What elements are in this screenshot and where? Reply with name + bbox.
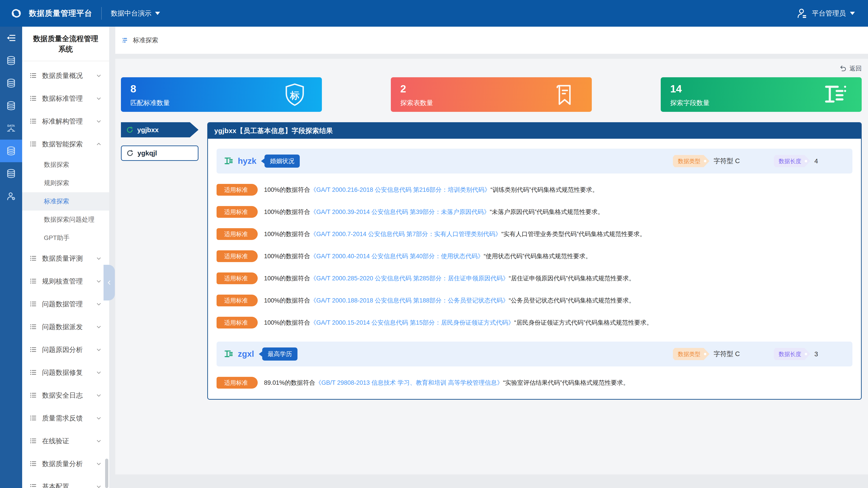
user-icon [796, 7, 808, 19]
rail-item-data-flow-icon[interactable]: DATA [0, 117, 22, 140]
data-length-tag: 数据长度 [774, 348, 810, 360]
sidebar-item[interactable]: 在线验证 [22, 430, 109, 453]
standard-prefix: 100%的数据符合 [264, 319, 310, 326]
sidebar-item[interactable]: 问题数据修复 [22, 361, 109, 384]
sidebar-item[interactable]: 问题原因分析 [22, 338, 109, 361]
sidebar-item[interactable]: 数据智能探索 [22, 133, 109, 156]
chevron-down-icon [96, 301, 102, 307]
chevron-left-icon [106, 280, 112, 286]
sidebar-subitem[interactable]: 标准探索 [22, 192, 109, 210]
sidebar-subitem[interactable]: 数据探索问题处理 [22, 210, 109, 229]
sidebar-item-label: 数据智能探索 [42, 140, 96, 149]
rail-item-database-icon[interactable] [0, 49, 22, 72]
standard-link[interactable]: 《GB/T 29808-2013 信息技术 学习、教育和培训 高等学校管理信息》 [315, 379, 503, 386]
sidebar-subitem[interactable]: 数据探索 [22, 156, 109, 174]
standard-link[interactable]: 《GA/T 2000.39-2014 公安信息代码 第39部分：未落户原因代码》 [310, 208, 490, 215]
field-name: zgxl [238, 349, 254, 359]
standard-description: 100%的数据符合《GA/T 2000.188-2018 公安信息代码 第188… [264, 296, 635, 304]
sidebar-item-label: 数据安全日志 [42, 391, 96, 400]
standard-row: 适用标准 100%的数据符合《GA/T 2000.39-2014 公安信息代码 … [217, 206, 852, 218]
sidebar-item[interactable]: 数据安全日志 [22, 384, 109, 407]
sidebar-item[interactable]: 数据质量概况 [22, 64, 109, 87]
rail-item-database-icon[interactable] [0, 140, 22, 162]
chevron-up-icon [96, 141, 102, 147]
sidebar-item-label: 数据质量分析 [42, 459, 96, 468]
data-type-value: 字符型 C [714, 157, 740, 166]
chevron-down-icon [96, 438, 102, 444]
standard-description: 100%的数据符合《GA/T 2000.15-2014 公安信息代码 第15部分… [264, 319, 653, 327]
sidebar-item-label: 问题数据管理 [42, 300, 96, 309]
sidebar-collapse-handle[interactable] [103, 265, 115, 300]
back-button[interactable]: 返回 [839, 62, 862, 75]
applicable-standard-badge: 适用标准 [217, 317, 258, 328]
sidebar-item[interactable]: 规则核查管理 [22, 270, 109, 293]
sidebar-subitem[interactable]: GPT助手 [22, 229, 109, 247]
sidebar-item[interactable]: 问题数据管理 [22, 293, 109, 316]
bookmark-table-icon [552, 82, 577, 107]
sidebar-item[interactable]: 标准解构管理 [22, 110, 109, 133]
menu-list-icon [29, 300, 37, 308]
menu-list-icon [29, 278, 37, 285]
chevron-down-icon [96, 369, 102, 376]
sidebar-scrollbar[interactable] [105, 459, 108, 488]
chevron-down-icon [96, 484, 102, 488]
standard-suffix: “居民身份证领证方式代码”代码集格式规范性要求。 [514, 319, 653, 326]
sync-circle-icon [126, 126, 133, 134]
sidebar-item-label: 质量需求反馈 [42, 414, 96, 423]
sidebar-menu: 数据质量概况数据标准管理标准解构管理数据智能探索数据探索规则探索标准探索数据探索… [22, 61, 109, 488]
data-type-tag: 数据类型 [673, 155, 710, 167]
standard-link[interactable]: 《GA/T 2000.40-2014 公安信息代码 第40部分：使用状态代码》 [310, 253, 484, 260]
standard-suffix: “公务员登记状态代码”代码集格式规范性要求。 [509, 297, 635, 304]
user-menu[interactable]: 平台管理员 [796, 7, 855, 19]
table-tab-ygkqjl[interactable]: ygkqjl [121, 145, 198, 161]
standard-row: 适用标准 100%的数据符合《GA/T 2000.216-2018 公安信息代码… [217, 184, 852, 196]
standard-link[interactable]: 《GA/T 2000.216-2018 公安信息代码 第216部分：培训类别代码… [310, 186, 491, 193]
data-length-value: 4 [814, 158, 818, 165]
menu-list-icon [29, 323, 37, 331]
sidebar-subitem[interactable]: 规则探索 [22, 174, 109, 192]
chevron-down-icon [96, 415, 102, 421]
standard-prefix: 100%的数据符合 [264, 297, 310, 304]
standard-description: 89.01%的数据符合《GB/T 29808-2013 信息技术 学习、教育和培… [264, 379, 629, 387]
standard-description: 100%的数据符合《GA/T 2000.7-2014 公安信息代码 第7部分：实… [264, 230, 646, 238]
sidebar-item[interactable]: 数据质量评测 [22, 247, 109, 270]
standard-row: 适用标准 100%的数据符合《GA/T 2000.7-2014 公安信息代码 第… [217, 228, 852, 240]
standard-link[interactable]: 《GA/T 2000.15-2014 公安信息代码 第15部分：居民身份证领证方… [310, 319, 514, 326]
rail-item-user-settings-icon[interactable] [0, 185, 22, 207]
rail-item-database-icon[interactable] [0, 72, 22, 94]
sidebar-item-label: 标准解构管理 [42, 117, 96, 126]
standard-description: 100%的数据符合《GA/T 2000.285-2020 公安信息代码 第285… [264, 274, 635, 283]
rail-item-database-icon[interactable] [0, 94, 22, 117]
standard-link[interactable]: 《GA/T 2000.285-2020 公安信息代码 第285部分：居住证申领原… [310, 275, 509, 282]
topbar-divider [101, 7, 102, 20]
rail-item-menu-toggle-icon[interactable] [0, 27, 22, 49]
sidebar-item[interactable]: 数据标准管理 [22, 87, 109, 110]
field-name: hyzk [238, 156, 256, 166]
workspace-switcher[interactable]: 数据中台演示 [111, 9, 160, 18]
user-settings-icon [6, 191, 16, 201]
chevron-down-icon [96, 347, 102, 353]
database-icon [6, 168, 16, 179]
list-lines-icon [122, 36, 129, 44]
stat-card-matched-standards: 8 匹配标准数量 标 [121, 77, 322, 112]
sidebar-item-label: 问题原因分析 [42, 345, 96, 355]
sidebar-item-label: 在线验证 [42, 436, 96, 446]
standard-link[interactable]: 《GA/T 2000.188-2018 公安信息代码 第188部分：公务员登记状… [310, 297, 509, 304]
sidebar-item[interactable]: 数据质量分析 [22, 453, 109, 475]
explore-section: ygjbxx ygkqjl ygjbxx【员工基本信息】字段探索结果 [121, 122, 862, 400]
table-tab-label: ygjbxx [137, 126, 159, 134]
sidebar-item[interactable]: 问题数据派发 [22, 316, 109, 338]
database-icon [6, 55, 16, 66]
sidebar-item[interactable]: 基本配置 [22, 475, 109, 488]
menu-list-icon [29, 483, 37, 488]
table-tabs: ygjbxx ygkqjl [121, 122, 198, 161]
sidebar-item[interactable]: 质量需求反馈 [22, 407, 109, 430]
standard-link[interactable]: 《GA/T 2000.7-2014 公安信息代码 第7部分：实有人口管理类别代码… [310, 231, 501, 237]
stat-card-explored-tables: 2 探索表数量 [391, 77, 592, 112]
standard-suffix: “使用状态代码”代码集格式规范性要求。 [484, 253, 592, 260]
table-tab-ygjbxx[interactable]: ygjbxx [121, 122, 198, 137]
chevron-down-icon [96, 255, 102, 262]
standard-prefix: 100%的数据符合 [264, 275, 310, 282]
rail-item-database-icon[interactable] [0, 162, 22, 185]
chevron-down-icon [96, 392, 102, 398]
